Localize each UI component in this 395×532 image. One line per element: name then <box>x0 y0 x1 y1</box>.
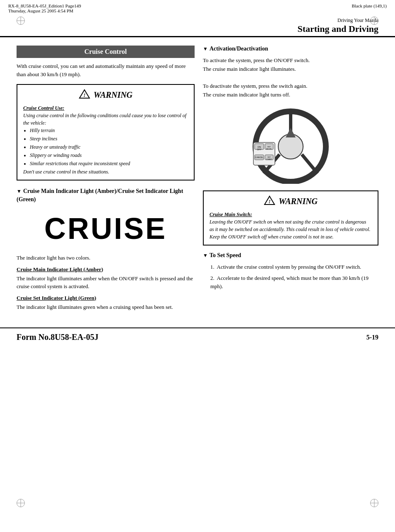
amber-indicator-title: Cruise Main Indicator Light (Amber) <box>17 266 195 273</box>
steps-list: 1. Activate the cruise control system by… <box>203 263 378 291</box>
top-meta: RX-8_8U58-EA-05J_Edition1 Page149 Thursd… <box>0 0 395 15</box>
file-info-line1: RX-8_8U58-EA-05J_Edition1 Page149 <box>8 3 81 8</box>
to-set-speed-heading: To Set Speed <box>203 252 378 259</box>
corner-mark-top-left <box>17 17 25 25</box>
svg-text:ACCEL: ACCEL <box>266 148 272 150</box>
cruise-intro-text: With cruise control, you can set and aut… <box>17 62 195 78</box>
page-number: 5-19 <box>366 334 378 341</box>
indicator-heading: Cruise Main Indicator Light (Amber)/Crui… <box>17 187 195 203</box>
green-indicator-title: Cruise Set Indicator Light (Green) <box>17 295 195 301</box>
svg-marker-19 <box>286 128 296 137</box>
warning-triangle-icon: ! <box>79 89 90 101</box>
section-label: Driving Your Mazda <box>17 17 378 24</box>
warning2-triangle-icon: ! <box>264 195 275 207</box>
left-column: Cruise Control With cruise control, you … <box>17 46 195 315</box>
warning-label: WARNING <box>94 90 132 100</box>
step-1-text: Activate the cruise control system by pr… <box>217 264 361 270</box>
right-column: Activation/Deactivation To activate the … <box>203 46 378 315</box>
green-indicator-desc: The indicator light illuminates green wh… <box>17 303 195 311</box>
warning-body: Cruise Control Use: Using cruise control… <box>23 104 188 176</box>
svg-text:CANCEL: CANCEL <box>255 156 264 159</box>
step-1-number: 1. <box>210 264 216 270</box>
warning-box-2: ! WARNING Cruise Main Switch: Leaving th… <box>203 190 378 246</box>
svg-text:!: ! <box>268 198 270 205</box>
section-title: Starting and Driving <box>17 24 378 34</box>
page-header: Driving Your Mazda Starting and Driving <box>0 15 395 37</box>
top-meta-left: RX-8_8U58-EA-05J_Edition1 Page149 Thursd… <box>8 3 81 13</box>
warning-item-1: Hilly terrain <box>30 127 188 134</box>
warning-box: ! WARNING Cruise Control Use: Using crui… <box>17 84 195 181</box>
steering-wheel-image: ON OFF RET ACCEL CANCEL SET COAST <box>241 105 340 184</box>
step-2-text: Accelerate to the desired speed, which m… <box>210 275 369 289</box>
plate-info: Black plate (149,1) <box>352 3 387 8</box>
activation-text: To activate the system, press the ON/OFF… <box>203 56 378 99</box>
activation-text-1: To activate the system, press the ON/OFF… <box>203 56 378 74</box>
warning-item-3: Heavy or unsteady traffic <box>30 143 188 151</box>
corner-mark-bottom-right <box>370 499 378 507</box>
warning2-title: ! WARNING <box>210 195 372 207</box>
svg-text:COAST: COAST <box>266 158 272 160</box>
activation-text-2: To deactivate the system, press the swit… <box>203 82 378 99</box>
svg-text:!: ! <box>83 92 85 98</box>
warning-item-2: Steep inclines <box>30 135 188 142</box>
form-number: Form No.8U58-EA-05J <box>17 332 99 342</box>
corner-mark-bottom-left <box>17 499 25 507</box>
cruise-big-display: CRUISE <box>17 212 195 246</box>
step-2: 2. Accelerate to the desired speed, whic… <box>203 274 378 290</box>
green-indicator-section: Cruise Set Indicator Light (Green) The i… <box>17 295 195 311</box>
svg-line-6 <box>302 154 318 173</box>
step-1: 1. Activate the cruise control system by… <box>203 263 378 271</box>
page-footer: Form No.8U58-EA-05J 5-19 <box>0 327 395 346</box>
amber-indicator-section: Cruise Main Indicator Light (Amber) The … <box>17 266 195 291</box>
warning-footer-text: Don't use cruise control in these situat… <box>23 168 188 176</box>
warning2-label: WARNING <box>279 197 318 206</box>
corner-mark-top-right <box>370 17 378 25</box>
activation-heading: Activation/Deactivation <box>203 46 378 52</box>
amber-indicator-desc: The indicator light illuminates amber wh… <box>17 274 195 291</box>
warning-intro-text: Using cruise control in the following co… <box>23 112 188 127</box>
svg-text:OFF: OFF <box>257 148 262 151</box>
warning-item-4: Slippery or winding roads <box>30 152 188 159</box>
warning-title: ! WARNING <box>23 89 188 101</box>
warning2-text: Leaving the ON/OFF switch on when not us… <box>210 218 372 241</box>
indicator-desc: The indicator light has two colors. <box>17 254 195 262</box>
svg-point-3 <box>278 134 303 159</box>
warning-section-title: Cruise Control Use: <box>23 105 64 111</box>
warning-list: Hilly terrain Steep inclines Heavy or un… <box>30 127 188 167</box>
page-container: RX-8_8U58-EA-05J_Edition1 Page149 Thursd… <box>0 0 395 532</box>
warning-item-5: Similar restrictions that require incons… <box>30 160 188 167</box>
file-info-line2: Thursday, August 25 2005 4:54 PM <box>8 8 81 13</box>
warning2-section-title: Cruise Main Switch: <box>210 212 252 217</box>
warning2-body: Cruise Main Switch: Leaving the ON/OFF s… <box>210 211 372 241</box>
step-2-number: 2. <box>210 275 216 281</box>
cruise-control-title: Cruise Control <box>17 46 195 58</box>
main-content: Cruise Control With cruise control, you … <box>0 37 395 323</box>
